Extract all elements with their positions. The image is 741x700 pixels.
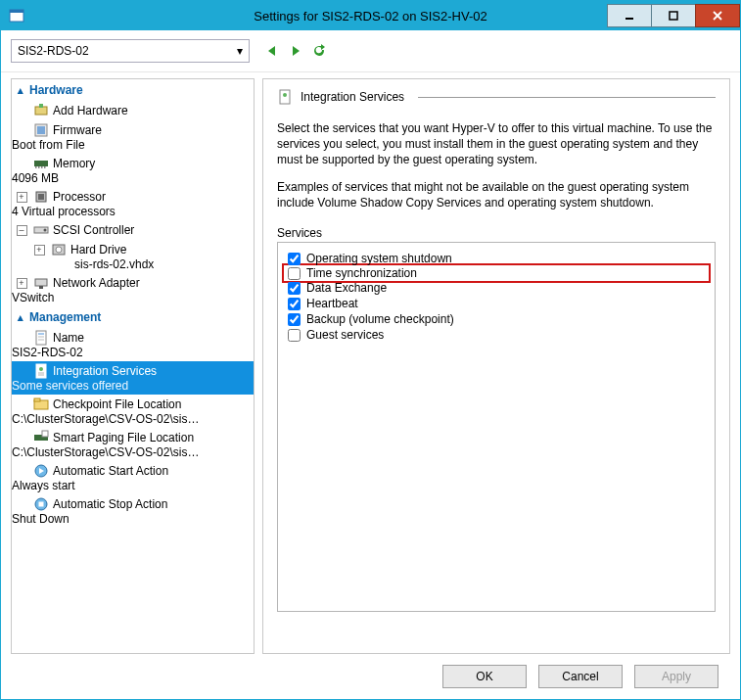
tree-item-integration-services[interactable]: Integration Services Some services offer… — [12, 361, 254, 395]
service-label: Guest services — [306, 328, 384, 342]
svg-rect-3 — [670, 12, 677, 20]
minimize-button[interactable] — [607, 4, 652, 27]
nav-back-button[interactable] — [263, 42, 281, 60]
service-row: Heartbeat — [288, 296, 705, 311]
vm-selector[interactable]: SIS2-RDS-02 ▾ — [11, 39, 250, 63]
svg-rect-39 — [39, 502, 44, 507]
tree-item-smart-paging[interactable]: Smart Paging File Location C:\ClusterSto… — [12, 428, 254, 461]
detail-pane: Integration Services Select the services… — [262, 78, 730, 654]
add-hardware-icon — [33, 103, 49, 118]
divider — [418, 97, 716, 98]
description-1: Select the services that you want Hyper-… — [277, 120, 716, 167]
svg-rect-16 — [44, 166, 46, 168]
services-list: Operating system shutdownTime synchroniz… — [277, 242, 716, 612]
service-label: Data Exchange — [306, 281, 387, 295]
svg-rect-1 — [10, 10, 23, 13]
tree-item-scsi[interactable]: – SCSI Controller — [12, 220, 254, 240]
svg-rect-24 — [39, 286, 43, 289]
hardware-section-header[interactable]: ▴ Hardware — [12, 79, 254, 101]
detail-title: Integration Services — [301, 90, 404, 104]
svg-rect-18 — [38, 194, 44, 200]
scsi-icon — [33, 222, 49, 238]
tree-item-hard-drive[interactable]: + Hard Drive sis-rds-02.vhdx — [12, 240, 254, 273]
expand-icon[interactable]: + — [34, 245, 45, 256]
processor-icon — [33, 189, 49, 205]
tree-item-network[interactable]: + Network Adapter VSwitch — [12, 273, 254, 306]
chevron-up-icon: ▴ — [18, 84, 23, 97]
integration-services-icon — [33, 363, 49, 379]
firmware-icon — [33, 122, 49, 138]
maximize-button[interactable] — [651, 4, 696, 27]
service-checkbox[interactable] — [288, 329, 301, 342]
memory-icon — [33, 156, 49, 171]
expand-icon[interactable]: + — [17, 278, 27, 289]
hard-drive-icon — [51, 242, 67, 257]
svg-rect-35 — [42, 431, 48, 437]
titlebar: Settings for SIS2-RDS-02 on SIS2-HV-02 — [1, 1, 740, 30]
tree-item-memory[interactable]: Memory 4096 MB — [12, 154, 254, 187]
nav-forward-button[interactable] — [287, 42, 304, 60]
svg-rect-12 — [34, 161, 48, 166]
chevron-down-icon: ▾ — [237, 44, 243, 58]
integration-services-icon — [277, 89, 293, 105]
service-checkbox[interactable] — [288, 267, 301, 280]
tree-item-auto-start[interactable]: Automatic Start Action Always start — [12, 461, 254, 494]
refresh-button[interactable] — [310, 42, 328, 60]
toolbar: SIS2-RDS-02 ▾ — [1, 30, 740, 72]
services-group-label: Services — [277, 226, 716, 240]
collapse-icon[interactable]: – — [17, 225, 27, 236]
service-checkbox[interactable] — [288, 282, 301, 295]
tree-item-add-hardware[interactable]: Add Hardware — [12, 101, 254, 120]
svg-rect-31 — [38, 372, 44, 376]
chevron-up-icon: ▴ — [18, 311, 23, 324]
service-label: Backup (volume checkpoint) — [306, 312, 454, 326]
service-label: Operating system shutdown — [306, 252, 452, 265]
window-controls — [608, 4, 740, 27]
svg-rect-13 — [35, 166, 37, 168]
service-checkbox[interactable] — [288, 313, 301, 326]
svg-marker-6 — [268, 46, 275, 56]
svg-marker-7 — [293, 46, 300, 56]
service-row: Guest services — [288, 327, 705, 343]
name-icon — [33, 330, 49, 346]
vm-selected-name: SIS2-RDS-02 — [18, 44, 89, 58]
auto-start-icon — [33, 463, 49, 479]
settings-tree[interactable]: ▴ Hardware Add Hardware Firmware Boot fr… — [11, 78, 255, 654]
ok-button[interactable]: OK — [442, 665, 527, 688]
service-row: Data Exchange — [288, 280, 705, 296]
tree-item-processor[interactable]: + Processor 4 Virtual processors — [12, 187, 254, 220]
service-checkbox[interactable] — [288, 298, 301, 310]
auto-stop-icon — [33, 496, 49, 512]
svg-point-41 — [283, 93, 287, 97]
svg-rect-25 — [36, 331, 46, 345]
svg-rect-23 — [35, 279, 47, 286]
svg-point-30 — [39, 367, 43, 371]
service-label: Time synchronization — [306, 266, 417, 280]
tree-item-name[interactable]: Name SIS2-RDS-02 — [12, 328, 254, 361]
description-2: Examples of services that might not be a… — [277, 179, 716, 210]
close-button[interactable] — [695, 4, 740, 27]
network-icon — [33, 275, 49, 291]
svg-rect-14 — [38, 166, 40, 168]
settings-window: Settings for SIS2-RDS-02 on SIS2-HV-02 S… — [0, 0, 741, 700]
expand-icon[interactable]: + — [17, 192, 27, 203]
management-section-header[interactable]: ▴ Management — [12, 306, 254, 328]
service-label: Heartbeat — [306, 297, 358, 310]
dialog-button-bar: OK Cancel Apply — [1, 654, 740, 699]
cancel-button[interactable]: Cancel — [538, 665, 623, 688]
smart-paging-icon — [33, 430, 49, 445]
svg-point-22 — [56, 247, 62, 253]
tree-item-auto-stop[interactable]: Automatic Stop Action Shut Down — [12, 494, 254, 528]
service-row: Backup (volume checkpoint) — [288, 311, 705, 327]
window-icon — [9, 8, 24, 23]
apply-button[interactable]: Apply — [634, 665, 718, 688]
svg-rect-33 — [34, 398, 40, 401]
svg-rect-11 — [37, 126, 45, 134]
tree-item-checkpoint-location[interactable]: Checkpoint File Location C:\ClusterStora… — [12, 395, 254, 428]
tree-item-firmware[interactable]: Firmware Boot from File — [12, 120, 254, 154]
checkpoint-icon — [33, 397, 49, 412]
service-checkbox[interactable] — [288, 253, 301, 265]
svg-point-20 — [44, 229, 47, 232]
svg-rect-15 — [41, 166, 43, 168]
svg-rect-8 — [35, 107, 47, 115]
